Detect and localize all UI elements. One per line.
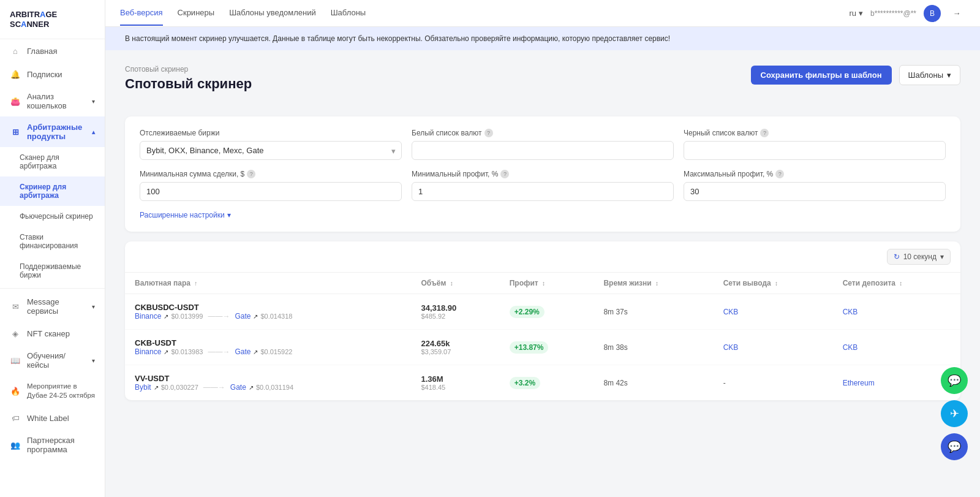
min-profit-input[interactable] [412, 182, 674, 201]
message-icon: ✉ [10, 301, 21, 312]
sidebar-item-nft-scanner[interactable]: ◈ NFT сканер [0, 322, 105, 345]
tab-notification-templates[interactable]: Шаблоны уведомлений [229, 1, 316, 26]
sidebar-item-screener-arb[interactable]: Скринер для арбитража [0, 176, 105, 206]
col-deposit-networks[interactable]: Сети депозита ↕ [833, 273, 960, 294]
blacklist-help-icon[interactable]: ? [760, 129, 769, 137]
exchanges-select[interactable]: Bybit, OKX, Binance, Mexc, Gate [140, 141, 402, 160]
sidebar-item-wallet-analysis[interactable]: 👛 Анализ кошельков ▾ [0, 86, 105, 116]
min-profit-help-icon[interactable]: ? [500, 170, 509, 178]
sidebar: ARBITRAGESCANNER ⌂ Главная 🔔 Подписки 👛 … [0, 0, 105, 497]
max-profit-help-icon[interactable]: ? [775, 170, 784, 178]
tab-web-version[interactable]: Веб-версия [120, 1, 163, 26]
cell-pair: CKBUSDC-USDT Binance ↗ $0.013999 ——→ Gat… [125, 294, 411, 330]
topnav-tabs: Веб-версия Скринеры Шаблоны уведомлений … [120, 1, 366, 26]
page-header-left: Спотовый скринер Спотовый скринер [125, 65, 252, 104]
nft-icon: ◈ [10, 328, 21, 339]
filter-blacklist: Черный список валют ? [684, 129, 946, 160]
tag-icon: 🏷 [10, 412, 21, 423]
col-volume[interactable]: Объём ↕ [411, 273, 499, 294]
sort-asc-icon: ↑ [194, 280, 197, 287]
filter-min-profit: Минимальный профит, % ? [412, 170, 674, 201]
table-row: CKB-USDT Binance ↗ $0.013983 ——→ Gate ↗ [125, 330, 960, 365]
cell-withdraw-network: CKB [714, 330, 833, 365]
external-link-icon: ↗ [253, 349, 258, 355]
exchanges-select-wrapper: Bybit, OKX, Binance, Mexc, Gate [140, 141, 402, 160]
chevron-up-icon: ▴ [92, 129, 95, 135]
cell-volume: 1.36M $418.45 [411, 365, 499, 401]
wallet-icon: 👛 [10, 96, 21, 107]
sidebar-item-supported-exchanges[interactable]: Поддерживаемые биржи [0, 256, 105, 286]
topnav-right: ru ▾ b**********@** B → [850, 5, 965, 22]
grid-icon: ⊞ [10, 126, 21, 137]
chevron-down-icon: ▾ [92, 98, 95, 105]
book-icon: 📖 [10, 355, 21, 366]
filter-max-profit: Максимальный профит, % ? [684, 170, 946, 201]
whatsapp-button[interactable]: 💬 [941, 367, 968, 394]
whatsapp-icon: 💬 [948, 374, 961, 387]
telegram-icon: ✈ [950, 407, 959, 420]
col-withdraw-networks[interactable]: Сети вывода ↕ [714, 273, 833, 294]
sidebar-item-white-label[interactable]: 🏷 White Label [0, 406, 105, 430]
telegram-button[interactable]: ✈ [941, 400, 968, 427]
main-area: Веб-версия Скринеры Шаблоны уведомлений … [105, 0, 980, 497]
filter-min-sum: Минимальная сумма сделки, $ ? [140, 170, 402, 201]
chat-button[interactable]: 💬 [941, 433, 968, 460]
sidebar-item-subscriptions[interactable]: 🔔 Подписки [0, 63, 105, 86]
avatar: B [924, 5, 941, 22]
col-profit[interactable]: Профит ↕ [500, 273, 594, 294]
sidebar-item-education[interactable]: 📖 Обучения/кейсы ▾ [0, 345, 105, 376]
home-icon: ⌂ [10, 45, 21, 56]
from-exchange-link[interactable]: Binance [135, 347, 161, 356]
sidebar-item-dubai-event[interactable]: 🔥 Мероприятие в Дубае 24-25 октября [0, 376, 105, 406]
logout-button[interactable]: → [948, 5, 965, 22]
filters-row-1: Отслеживаемые биржи Bybit, OKX, Binance,… [140, 129, 946, 160]
tab-templates[interactable]: Шаблоны [331, 1, 366, 26]
refresh-button[interactable]: ↻ 10 секунд ▾ [887, 249, 951, 265]
advanced-settings-link[interactable]: Расширенные настройки ▾ [140, 211, 946, 219]
breadcrumb: Спотовый скринер [125, 65, 252, 74]
users-icon: 👥 [10, 439, 21, 450]
templates-button[interactable]: Шаблоны ▾ [899, 65, 961, 85]
cell-pair: CKB-USDT Binance ↗ $0.013983 ——→ Gate ↗ [125, 330, 411, 365]
info-banner: В настоящий момент скринер улучшается. Д… [105, 27, 980, 50]
col-pair[interactable]: Валютная пара ↑ [125, 273, 411, 294]
to-exchange-link[interactable]: Gate [235, 347, 251, 356]
refresh-icon: ↻ [894, 252, 900, 261]
whitelist-input[interactable] [412, 141, 674, 160]
blacklist-label: Черный список валют ? [684, 129, 946, 137]
tab-screeners[interactable]: Скринеры [178, 1, 215, 26]
from-exchange-link[interactable]: Bybit [135, 383, 151, 392]
min-sum-input[interactable] [140, 182, 402, 201]
sidebar-item-message-services[interactable]: ✉ Message сервисы ▾ [0, 291, 105, 322]
sidebar-item-home[interactable]: ⌂ Главная [0, 39, 105, 63]
fire-icon: 🔥 [10, 385, 21, 396]
cell-profit: +2.29% [500, 294, 594, 330]
chevron-down-icon: ▾ [940, 252, 944, 261]
sort-icon: ↕ [775, 280, 778, 287]
sort-icon: ↕ [450, 280, 453, 287]
whitelist-help-icon[interactable]: ? [484, 129, 493, 137]
sidebar-item-funding-rates[interactable]: Ставки финансирования [0, 227, 105, 256]
chevron-down-icon: ▾ [227, 211, 231, 219]
cell-withdraw-network: CKB [714, 294, 833, 330]
max-profit-input[interactable] [684, 182, 946, 201]
cell-withdraw-network: - [714, 365, 833, 401]
save-filters-button[interactable]: Сохранить фильтры в шаблон [751, 66, 892, 85]
min-sum-help-icon[interactable]: ? [247, 170, 255, 178]
sidebar-item-partner-program[interactable]: 👥 Партнерская программа [0, 430, 105, 460]
cell-lifetime: 8m 37s [594, 294, 713, 330]
sidebar-item-scanner-arb[interactable]: Сканер для арбитража [0, 147, 105, 176]
to-exchange-link[interactable]: Gate [235, 312, 251, 321]
blacklist-input[interactable] [684, 141, 946, 160]
logo: ARBITRAGESCANNER [0, 0, 105, 39]
sidebar-item-futures-screener[interactable]: Фьючерсный скринер [0, 206, 105, 227]
max-profit-label: Максимальный профит, % ? [684, 170, 946, 178]
from-exchange-link[interactable]: Binance [135, 312, 161, 321]
lang-selector[interactable]: ru ▾ [850, 9, 864, 18]
sidebar-item-arb-products[interactable]: ⊞ Арбитражные продукты ▴ [0, 116, 105, 147]
col-lifetime[interactable]: Время жизни ↕ [594, 273, 713, 294]
to-exchange-link[interactable]: Gate [230, 383, 246, 392]
header-actions: Сохранить фильтры в шаблон Шаблоны ▾ [751, 65, 960, 85]
cell-volume: 34,318.90 $485.92 [411, 294, 499, 330]
chevron-down-icon: ▾ [92, 357, 95, 364]
